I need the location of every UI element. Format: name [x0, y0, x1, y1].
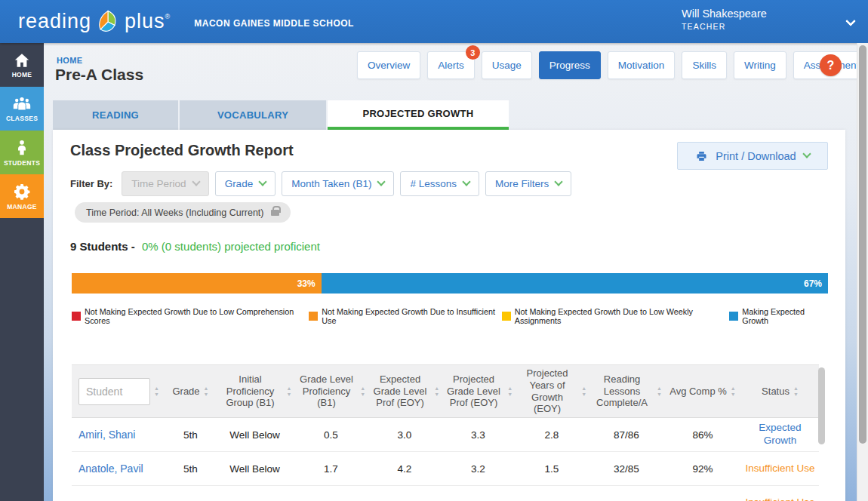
- column-status: Status: [741, 365, 819, 417]
- help-button[interactable]: ?: [820, 54, 842, 76]
- logo-registered-mark: ®: [165, 13, 171, 20]
- sort-icon[interactable]: [204, 386, 209, 397]
- cell-grade: 5th: [166, 463, 215, 475]
- sidebar-item-label: STUDENTS: [4, 159, 40, 167]
- print-download-button[interactable]: Print / Download: [677, 142, 828, 170]
- tab-alerts-label: Alerts: [438, 60, 464, 71]
- sidebar-item-home[interactable]: HOME: [0, 43, 44, 87]
- column-projected-years-growth: Projected Years of Growth (EOY): [515, 365, 589, 417]
- cell-projected-eoy: 3.3: [442, 429, 515, 441]
- tab-writing[interactable]: Writing: [734, 51, 786, 79]
- page-title: Pre-A Class: [55, 66, 143, 84]
- column-grade: Grade: [166, 365, 215, 417]
- proficient-summary: 0% (0 students) projected proficient: [142, 240, 320, 253]
- legend-label: Not Making Expected Growth Due to Insuff…: [322, 307, 501, 325]
- legend-swatch-red: [72, 312, 81, 321]
- filter-label: Grade: [225, 178, 254, 189]
- breadcrumb-home-link[interactable]: HOME: [57, 56, 83, 65]
- table-header-row: Grade Initial Proficiency Group (B1) Gra…: [72, 364, 819, 418]
- printer-icon: [695, 150, 708, 162]
- sidebar: HOME CLASSES STUDENTS MANAGE: [0, 43, 44, 501]
- bar-legend: Not Making Expected Growth Due to Low Co…: [72, 307, 828, 325]
- app-root: reading plus ® MACON GAINES MIDDLE SCHOO…: [0, 0, 868, 501]
- tab-skills[interactable]: Skills: [682, 51, 727, 79]
- sort-icon[interactable]: [581, 386, 586, 397]
- user-menu-chevron-down-icon[interactable]: [847, 17, 854, 25]
- chevron-down-icon: [258, 177, 266, 186]
- cell-avg-comp: 86%: [664, 429, 741, 441]
- sort-icon[interactable]: [154, 386, 159, 397]
- school-name: MACON GAINES MIDDLE SCHOOL: [194, 18, 354, 29]
- column-grade-level-proficiency: Grade Level Proficiency (B1): [294, 365, 368, 417]
- cell-years-growth: 2.8: [515, 429, 589, 441]
- sort-icon[interactable]: [731, 386, 736, 397]
- sort-icon[interactable]: [287, 386, 292, 397]
- tab-overview[interactable]: Overview: [357, 51, 420, 79]
- cell-initial-group: Well Below: [215, 463, 294, 475]
- filter-label: More Filters: [495, 178, 549, 189]
- page-scrollbar-thumb[interactable]: [859, 45, 866, 444]
- logo-icon: [94, 8, 122, 35]
- filter-more-filters[interactable]: More Filters: [485, 171, 571, 196]
- cell-expected-eoy: 3.0: [368, 429, 442, 441]
- student-name-link[interactable]: Anatole, Pavil: [72, 463, 166, 475]
- filter-lessons[interactable]: # Lessons: [400, 171, 479, 196]
- legend-swatch-yellow: [502, 312, 511, 321]
- legend-item: Not Making Expected Growth Due to Insuff…: [309, 307, 501, 325]
- cell-grade: 5th: [166, 429, 215, 441]
- tab-usage[interactable]: Usage: [482, 51, 532, 79]
- legend-item: Not Making Expected Growth Due to Low We…: [502, 307, 730, 325]
- sort-icon[interactable]: [360, 386, 365, 397]
- cell-years-growth: 1.5: [515, 463, 589, 475]
- growth-stacked-bar: 33% 67%: [72, 273, 828, 294]
- sort-icon[interactable]: [657, 386, 662, 397]
- students-table: Grade Initial Proficiency Group (B1) Gra…: [72, 364, 819, 501]
- reading-plus-logo[interactable]: reading plus ®: [18, 8, 170, 35]
- legend-item: Making Expected Growth: [729, 307, 828, 325]
- summary-line: 9 Students - 0% (0 students) projected p…: [70, 240, 320, 253]
- sort-icon[interactable]: [507, 386, 512, 397]
- column-expected-grade-level: Expected Grade Level Prof (EOY): [368, 365, 442, 417]
- cell-expected-eoy: 4.2: [368, 463, 442, 475]
- sidebar-item-manage[interactable]: MANAGE: [0, 174, 44, 218]
- student-search-input[interactable]: [78, 378, 150, 405]
- bar-segment-value: 33%: [297, 278, 322, 289]
- gear-icon: [13, 183, 31, 201]
- chevron-down-icon: [802, 149, 811, 158]
- subtab-vocabulary[interactable]: VOCABULARY: [180, 100, 326, 130]
- filter-grade[interactable]: Grade: [215, 171, 276, 196]
- sub-tabs: READING VOCABULARY PROJECTED GROWTH: [53, 100, 510, 130]
- status-badge: Insufficient Use: [741, 463, 819, 475]
- filter-month-taken[interactable]: Month Taken (B1): [282, 171, 394, 196]
- filter-label: Time Period: [131, 178, 186, 189]
- table-row: Amiri, Shani 5th Well Below 0.5 3.0 3.3 …: [72, 418, 819, 452]
- print-download-label: Print / Download: [716, 150, 796, 162]
- sort-icon[interactable]: [434, 386, 439, 397]
- logo-text-reading: reading: [18, 10, 91, 33]
- top-header: reading plus ® MACON GAINES MIDDLE SCHOO…: [0, 0, 868, 43]
- tab-progress[interactable]: Progress: [539, 51, 601, 79]
- cell-avg-comp: 92%: [664, 463, 741, 475]
- column-projected-grade-level: Projected Grade Level Prof (EOY): [442, 365, 515, 417]
- classes-icon: [12, 96, 32, 112]
- subtab-reading[interactable]: READING: [53, 100, 178, 130]
- legend-swatch-orange: [309, 312, 318, 321]
- user-menu[interactable]: Will Shakespeare TEACHER: [682, 8, 767, 31]
- sort-icon[interactable]: [793, 386, 799, 397]
- legend-label: Not Making Expected Growth Due to Low Co…: [85, 307, 309, 325]
- tab-motivation[interactable]: Motivation: [608, 51, 676, 79]
- tab-alerts[interactable]: Alerts 3: [427, 51, 475, 79]
- active-filter-pill[interactable]: Time Period: All Weeks (Including Curren…: [75, 202, 291, 223]
- student-name-link[interactable]: Amiri, Shani: [72, 429, 166, 441]
- table-scrollbar[interactable]: [818, 367, 825, 444]
- sidebar-item-label: MANAGE: [7, 203, 37, 211]
- sidebar-item-students[interactable]: STUDENTS: [0, 131, 44, 174]
- filter-label: # Lessons: [410, 178, 457, 189]
- status-badge: Expected Growth: [741, 422, 819, 447]
- sidebar-item-classes[interactable]: CLASSES: [0, 87, 44, 131]
- cell-lessons: 32/85: [589, 463, 664, 475]
- bar-segment-making-growth: 67%: [322, 273, 828, 294]
- subtab-projected-growth[interactable]: PROJECTED GROWTH: [328, 100, 509, 130]
- column-reading-lessons: Reading Lessons Complete/A: [589, 365, 664, 417]
- page-scrollbar[interactable]: [857, 43, 868, 501]
